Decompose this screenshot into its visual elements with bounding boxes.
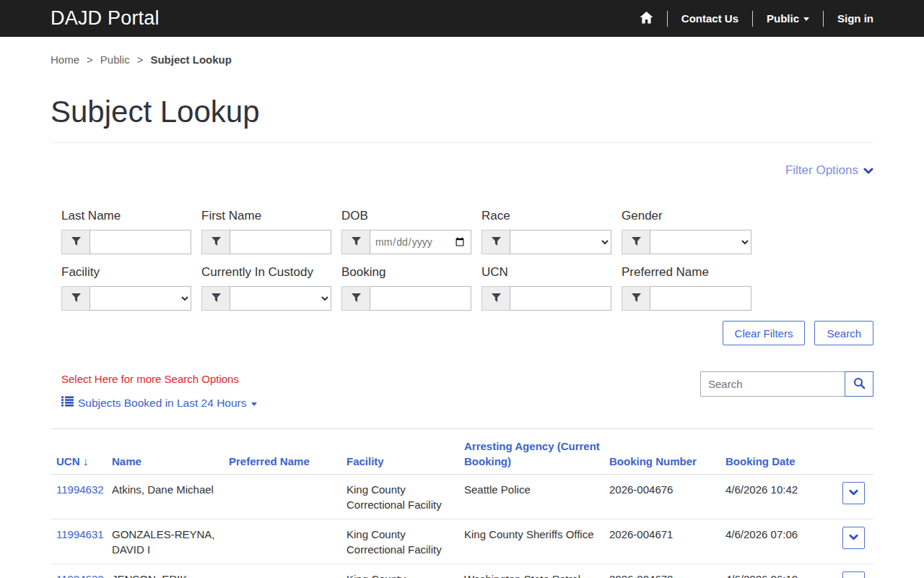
last-name-input[interactable] (90, 230, 191, 254)
custody-select[interactable] (230, 286, 331, 311)
title-divider (51, 142, 873, 143)
quick-search-group (700, 371, 873, 397)
funnel-icon (71, 236, 82, 249)
chevron-down-icon (849, 488, 858, 499)
home-button[interactable] (640, 12, 653, 26)
booking-number-cell: 2026-004671 (609, 519, 725, 564)
chevron-down-icon (849, 532, 858, 543)
breadcrumb-home[interactable]: Home (51, 53, 79, 66)
table-header-row: UCN↓ Name Preferred Name Facility Arrest… (51, 429, 873, 475)
table-row: 11994630 JENSON, ERIK King County Correc… (51, 564, 873, 578)
funnel-icon (491, 293, 502, 305)
gender-select[interactable] (650, 230, 751, 254)
filter-funnel-button[interactable] (201, 286, 230, 311)
chevron-down-icon (863, 164, 873, 178)
race-select[interactable] (510, 230, 611, 254)
column-header-booking-date[interactable]: Booking Date (725, 429, 842, 475)
funnel-icon (631, 236, 642, 249)
funnel-icon (211, 236, 222, 249)
filter-preferred-name: Preferred Name (622, 265, 751, 311)
first-name-input[interactable] (230, 230, 331, 254)
booking-date-cell: 4/6/2026 06:10 (725, 564, 842, 578)
filter-funnel-button[interactable] (61, 286, 90, 311)
filter-label: Last Name (61, 209, 191, 223)
sort-descending-icon: ↓ (83, 455, 89, 467)
filter-funnel-button[interactable] (61, 230, 90, 254)
column-header-agency[interactable]: Arresting Agency (Current Booking) (464, 429, 609, 475)
filter-label: DOB (341, 209, 471, 223)
filter-funnel-button[interactable] (341, 286, 370, 311)
name-cell: JENSON, ERIK (112, 564, 229, 578)
agency-cell: Washington State Patrol (464, 564, 609, 578)
quick-search-input[interactable] (700, 371, 845, 397)
filter-toggle-row: Filter Options (51, 163, 873, 178)
filter-funnel-button[interactable] (201, 230, 230, 254)
preferred-name-cell (229, 519, 346, 564)
row-expand-button[interactable] (842, 482, 865, 504)
funnel-icon (351, 236, 362, 249)
search-button[interactable]: Search (814, 321, 873, 345)
breadcrumb-public[interactable]: Public (100, 53, 130, 66)
more-search-options-link[interactable]: Select Here for more Search Options (61, 373, 239, 385)
filter-dob: DOB (341, 209, 471, 254)
filter-funnel-button[interactable] (622, 286, 650, 311)
row-expand-button[interactable] (842, 571, 865, 578)
links-and-search-row: Select Here for more Search Options Subj… (51, 373, 873, 420)
column-header-booking-number[interactable]: Booking Number (609, 429, 725, 475)
filter-buttons-row: Clear Filters Search (51, 321, 873, 345)
ucn-link[interactable]: 11994630 (56, 573, 104, 578)
filter-facility: Facility (61, 265, 191, 311)
column-header-ucn[interactable]: UCN↓ (51, 429, 112, 475)
filter-label: Booking (341, 265, 471, 280)
facility-cell: King County Correctional Facility (346, 475, 464, 519)
filter-funnel-button[interactable] (341, 230, 370, 254)
funnel-icon (491, 236, 502, 249)
ucn-link[interactable]: 11994632 (56, 483, 104, 496)
row-expand-button[interactable] (842, 527, 865, 549)
facility-select[interactable] (90, 286, 191, 311)
quick-search-button[interactable] (845, 371, 873, 397)
funnel-icon (631, 293, 642, 305)
facility-cell: King County Correctional Facility (346, 519, 464, 564)
preferred-name-cell (229, 475, 346, 519)
filter-race: Race (481, 209, 611, 254)
home-icon (640, 12, 653, 26)
filter-ucn: UCN (481, 265, 611, 311)
column-header-facility[interactable]: Facility (346, 429, 464, 475)
navbar-links: Contact Us Public Sign in (640, 11, 873, 27)
brand-title[interactable]: DAJD Portal (51, 7, 160, 30)
ucn-input[interactable] (510, 286, 611, 311)
list-icon (61, 396, 74, 410)
preferred-name-cell (229, 564, 346, 578)
preferred-name-input[interactable] (650, 286, 751, 311)
filter-funnel-button[interactable] (622, 230, 650, 254)
booking-input[interactable] (370, 286, 471, 311)
sign-in-link[interactable]: Sign in (837, 12, 873, 25)
column-header-name[interactable]: Name (112, 429, 229, 475)
agency-cell: King County Sheriffs Office (464, 519, 609, 564)
last-24-hours-link[interactable]: Subjects Booked in Last 24 Hours (61, 396, 257, 410)
public-menu[interactable]: Public (767, 12, 809, 25)
funnel-icon (71, 293, 82, 305)
contact-us-link[interactable]: Contact Us (681, 12, 738, 25)
filter-options-toggle[interactable]: Filter Options (785, 163, 873, 178)
caret-down-icon (251, 402, 257, 406)
booking-number-cell: 2026-004676 (609, 475, 725, 519)
column-header-preferred-name[interactable]: Preferred Name (229, 429, 346, 475)
top-navbar: DAJD Portal Contact Us Public Sign in (0, 0, 924, 37)
ucn-link[interactable]: 11994631 (56, 528, 104, 540)
breadcrumb: Home > Public > Subject Lookup (51, 53, 873, 66)
booking-date-cell: 4/6/2026 10:42 (725, 475, 842, 519)
clear-filters-button[interactable]: Clear Filters (723, 321, 806, 345)
breadcrumb-separator: > (87, 53, 93, 66)
filter-funnel-button[interactable] (481, 286, 510, 311)
filter-label: Currently In Custody (201, 265, 331, 280)
filter-last-name: Last Name (61, 209, 191, 254)
navbar-divider (752, 11, 753, 27)
page-title: Subject Lookup (51, 95, 873, 129)
caret-down-icon (803, 17, 809, 21)
dob-date-input[interactable] (370, 230, 471, 254)
agency-cell: Seattle Police (464, 475, 609, 519)
filter-label: Race (481, 209, 611, 223)
filter-funnel-button[interactable] (481, 230, 510, 254)
